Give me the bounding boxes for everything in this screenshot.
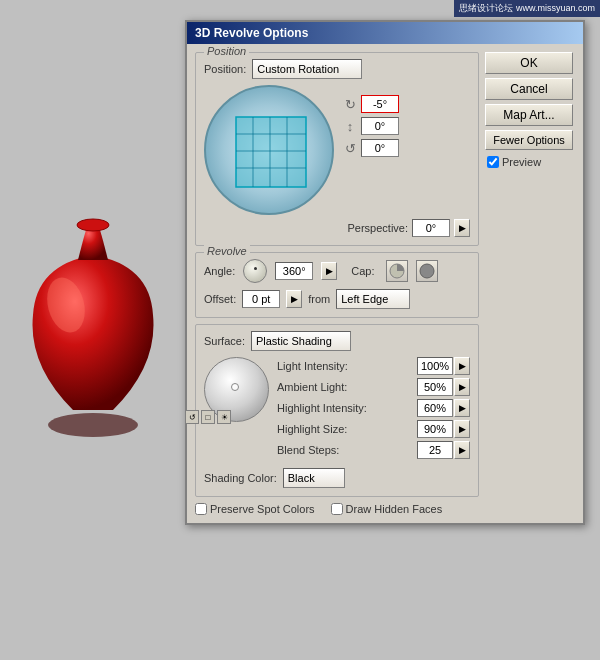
cancel-button[interactable]: Cancel: [485, 78, 573, 100]
preserve-spot-colors-checkbox[interactable]: [195, 503, 207, 515]
3d-preview-circle: [204, 85, 334, 215]
fewer-options-button[interactable]: Fewer Options: [485, 130, 573, 150]
angle-input[interactable]: [275, 262, 313, 280]
perspective-label: Perspective:: [347, 222, 408, 234]
perspective-row: Perspective: ▶: [204, 219, 470, 237]
highlight-size-label: Highlight Size:: [277, 423, 347, 435]
cap-label: Cap:: [351, 265, 374, 277]
surface-select[interactable]: Plastic Shading: [251, 331, 351, 351]
map-art-button[interactable]: Map Art...: [485, 104, 573, 126]
blend-steps-arrow[interactable]: ▶: [454, 441, 470, 459]
cap-icon-right: [418, 262, 436, 280]
intensity-grid: Light Intensity: ▶ Ambient Light: ▶: [277, 357, 470, 462]
dial-dot: [254, 267, 257, 270]
sphere-controls-row: ↺ □ ☀: [185, 410, 231, 424]
highlight-intensity-label: Highlight Intensity:: [277, 402, 367, 414]
light-dot: [231, 383, 239, 391]
surface-label: Surface:: [204, 335, 245, 347]
highlight-size-arrow[interactable]: ▶: [454, 420, 470, 438]
rotation-z-icon: ↺: [342, 140, 358, 156]
sphere-preview-container: ↺ □ ☀: [204, 357, 269, 422]
perspective-arrow-btn[interactable]: ▶: [454, 219, 470, 237]
from-select[interactable]: Left Edge: [336, 289, 410, 309]
surface-row: Surface: Plastic Shading: [204, 331, 470, 351]
ambient-light-value: ▶: [417, 378, 470, 396]
ok-button[interactable]: OK: [485, 52, 573, 74]
vase-svg: [18, 175, 168, 475]
offset-arrow-btn[interactable]: ▶: [286, 290, 302, 308]
position-select-wrapper[interactable]: Custom Rotation: [252, 59, 362, 79]
cap-btn-left[interactable]: [386, 260, 408, 282]
ambient-light-row: Ambient Light: ▶: [277, 378, 470, 396]
surface-groupbox: Surface: Plastic Shading ↺: [195, 324, 479, 497]
light-intensity-arrow[interactable]: ▶: [454, 357, 470, 375]
shading-color-row: Shading Color: Black: [204, 468, 470, 488]
position-groupbox: Position Position: Custom Rotation: [195, 52, 479, 246]
ambient-light-label: Ambient Light:: [277, 381, 347, 393]
highlight-size-row: Highlight Size: ▶: [277, 420, 470, 438]
grid-svg: [206, 87, 334, 215]
svg-rect-3: [236, 117, 306, 187]
rotation-x-row: ↻: [342, 95, 399, 113]
light-intensity-label: Light Intensity:: [277, 360, 348, 372]
offset-input[interactable]: [242, 290, 280, 308]
surface-content: ↺ □ ☀ Light Intensity: ▶: [204, 357, 470, 462]
ambient-light-arrow[interactable]: ▶: [454, 378, 470, 396]
from-select-wrapper[interactable]: Left Edge: [336, 289, 410, 309]
highlight-intensity-arrow[interactable]: ▶: [454, 399, 470, 417]
light-intensity-row: Light Intensity: ▶: [277, 357, 470, 375]
preview-row: Preview: [485, 156, 575, 168]
shading-color-select-wrapper[interactable]: Black: [283, 468, 345, 488]
from-label: from: [308, 293, 330, 305]
dialog-left-panel: Position Position: Custom Rotation: [195, 52, 479, 515]
draw-hidden-faces-checkbox[interactable]: [331, 503, 343, 515]
watermark: 思绪设计论坛 www.missyuan.com: [454, 0, 600, 17]
preview-label: Preview: [502, 156, 541, 168]
blend-steps-row: Blend Steps: ▶: [277, 441, 470, 459]
offset-row: Offset: ▶ from Left Edge: [204, 289, 470, 309]
3d-revolve-dialog: 3D Revolve Options Position Position: Cu…: [185, 20, 585, 525]
sphere-ctrl-btn-3[interactable]: ☀: [217, 410, 231, 424]
rotation-y-input[interactable]: [361, 117, 399, 135]
sphere-ctrl-btn-2[interactable]: □: [201, 410, 215, 424]
angle-dial[interactable]: [243, 259, 267, 283]
svg-point-11: [420, 264, 434, 278]
angle-arrow-btn[interactable]: ▶: [321, 262, 337, 280]
rotation-y-icon: ↕: [342, 118, 358, 134]
svg-point-1: [77, 219, 109, 231]
cap-btn-right[interactable]: [416, 260, 438, 282]
rotation-controls: ↻ ↕ ↺: [342, 95, 399, 157]
light-intensity-value: ▶: [417, 357, 470, 375]
highlight-intensity-input[interactable]: [417, 399, 453, 417]
svg-point-0: [48, 413, 138, 437]
revolve-groupbox-label: Revolve: [204, 245, 250, 257]
preserve-spot-colors-label: Preserve Spot Colors: [210, 503, 315, 515]
position-row: Position: Custom Rotation: [204, 59, 470, 79]
shading-color-select[interactable]: Black: [283, 468, 345, 488]
angle-label: Angle:: [204, 265, 235, 277]
vase-preview: [0, 60, 185, 590]
perspective-input[interactable]: [412, 219, 450, 237]
surface-select-wrapper[interactable]: Plastic Shading: [251, 331, 351, 351]
dialog-title: 3D Revolve Options: [187, 22, 583, 44]
shading-color-label: Shading Color:: [204, 472, 277, 484]
rotation-z-input[interactable]: [361, 139, 399, 157]
ambient-light-input[interactable]: [417, 378, 453, 396]
light-intensity-input[interactable]: [417, 357, 453, 375]
rotation-x-input[interactable]: [361, 95, 399, 113]
draw-hidden-faces-row: Draw Hidden Faces: [331, 503, 443, 515]
3d-preview-container: ↻ ↕ ↺: [204, 85, 470, 215]
highlight-size-input[interactable]: [417, 420, 453, 438]
bottom-checkboxes: Preserve Spot Colors Draw Hidden Faces: [195, 503, 479, 515]
revolve-angle-row: Angle: ▶ Cap:: [204, 259, 470, 283]
revolve-groupbox: Revolve Angle: ▶ Cap:: [195, 252, 479, 318]
cap-icon-left: [388, 262, 406, 280]
preview-checkbox[interactable]: [487, 156, 499, 168]
highlight-intensity-value: ▶: [417, 399, 470, 417]
blend-steps-label: Blend Steps:: [277, 444, 339, 456]
sphere-ctrl-btn-1[interactable]: ↺: [185, 410, 199, 424]
blend-steps-input[interactable]: [417, 441, 453, 459]
position-select[interactable]: Custom Rotation: [252, 59, 362, 79]
rotation-z-row: ↺: [342, 139, 399, 157]
rotation-x-icon: ↻: [342, 96, 358, 112]
